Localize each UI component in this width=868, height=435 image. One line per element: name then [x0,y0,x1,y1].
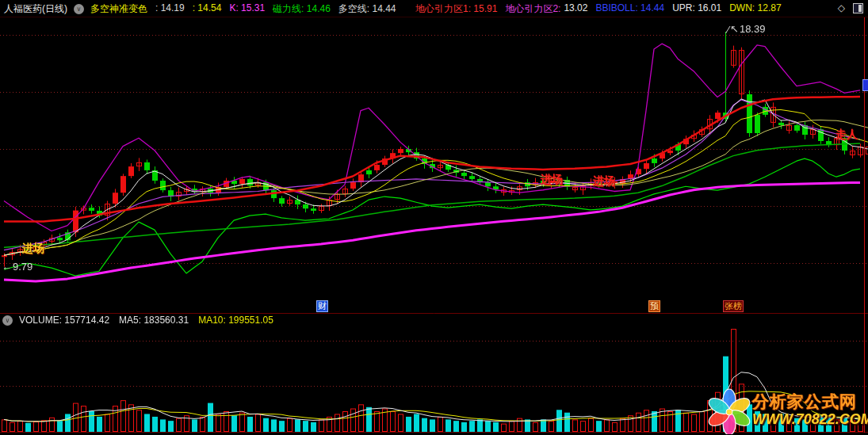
volume-pane-header: ∨ VOLUME: 157714.42MA5: 183560.31MA10: 1… [2,315,283,326]
stock-chart-canvas[interactable] [0,0,868,435]
volume-field-1: MA5: 183560.31 [119,315,189,326]
app-window: 人福医药(日线) ∨ 多空神准变色: 14.19: 14.54K: 15.31磁… [0,0,868,435]
indicator-field-right-2: 13.02 [564,2,587,16]
chevron-down-icon[interactable]: ∨ [2,315,13,326]
flower-logo-icon [707,387,751,434]
watermark: 分析家公式网 WWW.70822.COM [707,387,867,434]
volume-values: VOLUME: 157714.42MA5: 183560.31MA10: 199… [19,315,283,326]
watermark-site-url: WWW.70822.COM [752,411,868,428]
arrow-up-left-icon: ↖ [730,23,739,35]
title-bar-left: 人福医药(日线) ∨ 多空神准变色: 14.19: 14.54K: 15.31磁… [4,2,404,16]
volume-field-0: VOLUME: 157714.42 [19,315,109,326]
indicator-field-5: 多空线: 14.44 [338,2,396,16]
indicator-field-4: 磁力线: 14.46 [273,2,331,16]
high-price-label: 18.39 [740,23,766,35]
indicator-field-2: : 14.54 [193,2,222,16]
event-marker-1[interactable]: 预 [648,300,660,312]
watermark-site-name: 分析家公式网 [752,391,857,413]
indicator-field-1: : 14.19 [155,2,185,16]
diamond-icon[interactable]: ◇ [838,2,845,13]
event-marker-2[interactable]: 张榜 [723,300,744,312]
entry-signal-label-0: 进场 [22,242,44,256]
arrow-left-icon: ← [2,261,12,273]
indicator-field-3: K: 15.31 [229,2,265,16]
stock-title: 人福医药(日线) [4,2,67,16]
high-price-annotation: ↖18.39 [730,23,765,35]
indicator-title-bar: 人福医药(日线) ∨ 多空神准变色: 14.19: 14.54K: 15.31磁… [0,0,868,17]
indicator-field-right-3: BBIBOLL: 14.44 [595,2,664,16]
indicator-values-left: 多空神准变色: 14.19: 14.54K: 15.31磁力线: 14.46多空… [90,2,404,16]
indicator-field-right-5: DWN: 12.87 [729,2,781,16]
chevron-down-icon[interactable]: ∨ [74,4,84,14]
exit-signal-label: 走人 [835,128,858,142]
entry-signal-label-2: 进场 [593,174,615,189]
indicator-field-right-1: 地心引力区2: [505,2,560,16]
title-bar-icons: ◇ [838,2,863,13]
entry-signal-label-1: 进场 [541,173,563,187]
panel-layout-icon[interactable] [853,3,863,13]
low-price-annotation: ←9.79 [2,261,33,273]
event-marker-0[interactable]: 财 [316,300,328,312]
indicator-field-right-0: 地心引力区1: 15.91 [415,2,497,16]
volume-field-2: MA10: 199551.05 [198,315,273,326]
title-bar-right: 地心引力区1: 15.91地心引力区2:13.02BBIBOLL: 14.44U… [415,2,790,16]
indicator-field-right-4: UPR: 16.01 [672,2,721,16]
indicator-values-right: 地心引力区1: 15.91地心引力区2:13.02BBIBOLL: 14.44U… [415,2,790,16]
price-tag-marker [862,79,868,91]
low-price-label: 9.79 [13,261,33,273]
indicator-field-0: 多空神准变色 [90,2,147,16]
